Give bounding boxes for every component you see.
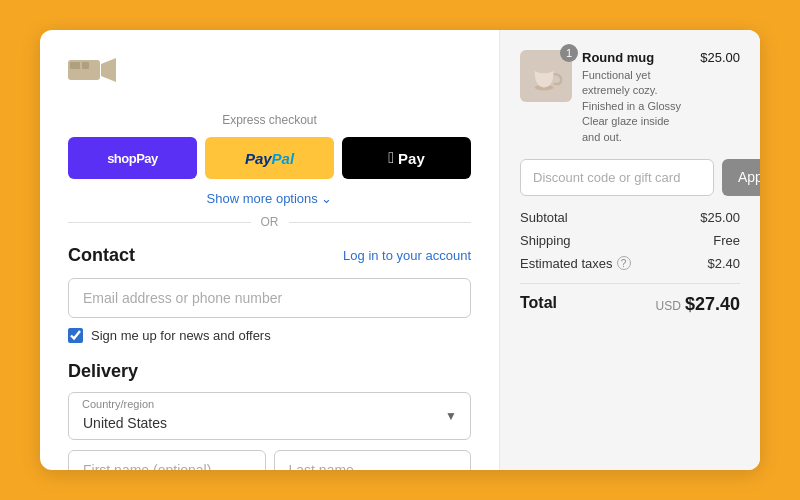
or-divider: OR [68,215,471,229]
country-select-wrapper: Country/region United States ▼ [68,392,471,440]
taxes-value: $2.40 [707,256,740,271]
delivery-title: Delivery [68,361,471,382]
contact-header: Contact Log in to your account [68,245,471,266]
total-value: $27.40 [685,294,740,315]
svg-point-5 [535,67,554,73]
discount-input[interactable] [520,159,714,196]
svg-rect-3 [82,62,89,69]
product-row: 1 Round mug Functional yet extremely coz… [520,50,740,145]
left-panel: Express checkout shopPay PayPal  Pay Sh… [40,30,500,470]
taxes-info-icon[interactable]: ? [617,256,631,270]
taxes-row: Estimated taxes ? $2.40 [520,256,740,271]
right-panel: 1 Round mug Functional yet extremely coz… [500,30,760,470]
shipping-row: Shipping Free [520,233,740,248]
show-more[interactable]: Show more options ⌄ [68,189,471,207]
product-price: $25.00 [700,50,740,65]
login-link[interactable]: Log in to your account [343,248,471,263]
signup-row: Sign me up for news and offers [68,328,471,343]
discount-row: Apply [520,159,740,196]
product-image-wrap: 1 [520,50,572,102]
paypal-label: PayPal [245,150,294,167]
product-info: Round mug Functional yet extremely cozy.… [582,50,690,145]
express-checkout-label: Express checkout [68,113,471,127]
signup-label: Sign me up for news and offers [91,328,271,343]
product-description: Functional yet extremely cozy. Finished … [582,68,690,145]
subtotal-value: $25.00 [700,210,740,225]
product-name: Round mug [582,50,690,65]
total-amount-group: USD $27.40 [656,294,740,315]
shoppay-button[interactable]: shopPay [68,137,197,179]
lastname-input[interactable] [274,450,472,470]
subtotal-row: Subtotal $25.00 [520,210,740,225]
total-label: Total [520,294,557,315]
svg-rect-2 [70,62,80,69]
subtotal-label: Subtotal [520,210,568,225]
applepay-label: Pay [398,150,425,167]
logo-icon [68,54,120,93]
svg-marker-1 [101,58,116,82]
contact-title: Contact [68,245,135,266]
or-text: OR [261,215,279,229]
name-row [68,450,471,470]
applepay-button[interactable]:  Pay [342,137,471,179]
show-more-link[interactable]: Show more options ⌄ [207,191,333,206]
total-row: Total USD $27.40 [520,283,740,315]
apply-button[interactable]: Apply [722,159,760,196]
paypal-button[interactable]: PayPal [205,137,334,179]
country-label: Country/region [82,398,154,410]
shoppay-label: shopPay [107,151,158,166]
email-input[interactable] [68,278,471,318]
show-more-text: Show more options [207,191,318,206]
shipping-label: Shipping [520,233,571,248]
taxes-label: Estimated taxes ? [520,256,631,271]
apple-icon:  [388,149,394,167]
product-badge: 1 [560,44,578,62]
signup-checkbox[interactable] [68,328,83,343]
shipping-value: Free [713,233,740,248]
logo-area [68,54,471,93]
express-buttons: shopPay PayPal  Pay [68,137,471,179]
mug-icon [527,57,565,95]
total-currency: USD [656,299,681,313]
firstname-input[interactable] [68,450,266,470]
order-summary: Subtotal $25.00 Shipping Free Estimated … [520,210,740,315]
